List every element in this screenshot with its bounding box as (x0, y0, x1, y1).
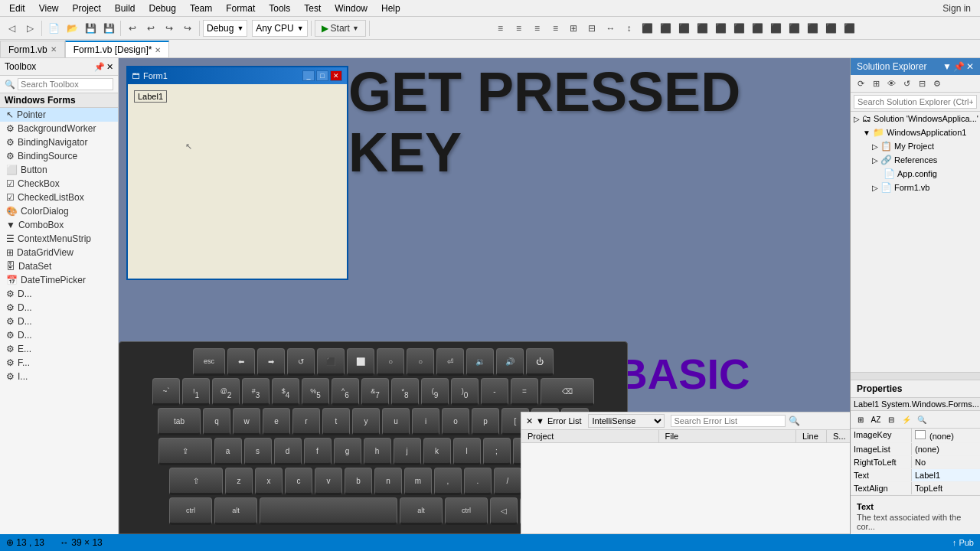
toolbar-forward[interactable]: ▷ (21, 20, 38, 37)
se-btn-collapse-all[interactable]: ⊟ (915, 77, 929, 90)
tab-form1-code-close[interactable]: ✕ (51, 45, 57, 54)
key-e[interactable]: e (263, 408, 290, 435)
toolbar-format12[interactable]: ⬛ (694, 20, 710, 37)
props-btn-search[interactable]: 🔍 (915, 412, 929, 426)
toolbox-item-d4[interactable]: ⚙ D... (0, 328, 118, 342)
key-2[interactable]: @2 (212, 378, 240, 406)
key-g[interactable]: g (334, 438, 361, 465)
se-btn-show-all[interactable]: 👁 (884, 77, 898, 90)
toolbar-format8[interactable]: ↕ (620, 20, 637, 37)
toolbox-item-pointer[interactable]: ↖ Pointer (0, 108, 118, 122)
key-w[interactable]: w (233, 408, 260, 435)
key-u[interactable]: u (382, 408, 410, 435)
key-space[interactable] (260, 497, 397, 525)
toolbar-new[interactable]: 📄 (45, 20, 62, 37)
toolbox-item-colordialog[interactable]: 🎨 ColorDialog (0, 204, 118, 218)
key-r[interactable]: r (292, 408, 320, 435)
key-rctrl[interactable]: ctrl (445, 497, 488, 525)
key-s[interactable]: s (244, 438, 272, 465)
toolbar-format15[interactable]: ⬛ (749, 20, 766, 37)
se-search-input[interactable] (854, 95, 977, 109)
key-7[interactable]: &7 (361, 378, 389, 406)
se-expand-references[interactable]: ▷ (872, 156, 878, 165)
key-tilde[interactable]: ~` (152, 378, 180, 406)
se-btn-refresh[interactable]: ↺ (900, 77, 913, 90)
menu-debug[interactable]: Debug (143, 2, 182, 15)
key-lshift[interactable]: ⇧ (169, 468, 223, 495)
key-l[interactable]: l (453, 438, 481, 465)
toolbar-save[interactable]: 💾 (82, 20, 99, 37)
toolbar-format14[interactable]: ⬛ (730, 20, 747, 37)
toolbar-undo2[interactable]: ↩ (142, 20, 159, 37)
se-pin[interactable]: 📌 (953, 61, 965, 72)
toolbar-redo[interactable]: ↪ (161, 20, 178, 37)
key-equals[interactable]: = (511, 378, 538, 406)
key-c[interactable]: c (285, 468, 312, 495)
se-btn-properties[interactable]: ⊞ (869, 77, 883, 90)
toolbar-save-all[interactable]: 💾 (100, 20, 117, 37)
key-h[interactable]: h (364, 438, 391, 465)
key-i[interactable]: i (412, 408, 439, 435)
toolbar-format5[interactable]: ⊞ (565, 20, 582, 37)
key-power[interactable]: ⏻ (526, 348, 554, 376)
key-prev[interactable]: ⬅ (227, 348, 255, 376)
toolbox-item-d1[interactable]: ⚙ D... (0, 287, 118, 301)
key-window2[interactable]: ⬜ (347, 348, 374, 376)
toolbox-item-dataset[interactable]: 🗄 DataSet (0, 259, 118, 273)
toolbox-item-datetimepicker[interactable]: 📅 DateTimePicker (0, 273, 118, 287)
form-designer-window[interactable]: 🗔 Form1 _ □ ✕ Label1 ↖ (126, 66, 348, 280)
toolbox-pin[interactable]: 📌 (94, 62, 105, 72)
toolbox-item-combobox[interactable]: ▼ ComboBox (0, 218, 118, 232)
toolbar-format4[interactable]: ≡ (547, 20, 564, 37)
se-expand-project[interactable]: ▼ (863, 129, 871, 137)
key-v[interactable]: v (315, 468, 342, 495)
key-window[interactable]: ⬛ (317, 348, 345, 376)
toolbar-format9[interactable]: ⬛ (639, 20, 655, 37)
key-d[interactable]: d (274, 438, 302, 465)
toolbox-item-datagridview[interactable]: ⊞ DataGridView (0, 246, 118, 259)
key-comma[interactable]: , (434, 468, 462, 495)
menu-build[interactable]: Build (109, 2, 142, 15)
toolbox-item-bgworker[interactable]: ⚙ BackgroundWorker (0, 122, 118, 135)
form-close-btn[interactable]: ✕ (330, 70, 342, 81)
key-period[interactable]: . (464, 468, 492, 495)
key-0[interactable]: )0 (451, 378, 479, 406)
props-btn-categorized[interactable]: ⊞ (854, 412, 867, 426)
menu-format[interactable]: Format (220, 2, 261, 15)
toolbar-format10[interactable]: ⬛ (657, 20, 674, 37)
toolbox-item-d2[interactable]: ⚙ D... (0, 301, 118, 315)
menu-window[interactable]: Window (328, 2, 374, 15)
key-x[interactable]: x (255, 468, 283, 495)
se-btn-settings[interactable]: ⚙ (930, 77, 944, 90)
toolbox-item-button[interactable]: ⬜ Button (0, 163, 118, 177)
key-semicolon[interactable]: ; (483, 438, 511, 465)
error-list-collapse[interactable]: ▼ (536, 416, 544, 425)
key-8[interactable]: *8 (391, 378, 419, 406)
key-tab[interactable]: tab (158, 408, 201, 435)
toolbar-redo2[interactable]: ↪ (179, 20, 196, 37)
menu-project[interactable]: Project (66, 2, 106, 15)
toolbar-format13[interactable]: ⬛ (712, 20, 729, 37)
form-maximize-btn[interactable]: □ (316, 70, 328, 81)
toolbox-item-bindingsource[interactable]: ⚙ BindingSource (0, 149, 118, 163)
toolbar-format17[interactable]: ⬛ (786, 20, 802, 37)
form-minimize-btn[interactable]: _ (302, 70, 315, 81)
toolbar-back[interactable]: ◁ (3, 20, 20, 37)
key-b[interactable]: b (345, 468, 372, 495)
cpu-dropdown[interactable]: Any CPU ▼ (252, 20, 307, 37)
key-n[interactable]: n (374, 468, 402, 495)
menu-tools[interactable]: Tools (263, 2, 296, 15)
toolbar-format6[interactable]: ⊟ (583, 20, 600, 37)
key-t[interactable]: t (322, 408, 350, 435)
menu-test[interactable]: Test (298, 2, 327, 15)
key-m[interactable]: m (404, 468, 432, 495)
toolbar-format19[interactable]: ⬛ (822, 20, 839, 37)
form-body[interactable]: Label1 ↖ (128, 84, 347, 279)
se-item-form1vb[interactable]: ▷ 📄 Form1.vb (851, 181, 980, 194)
props-btn-properties[interactable]: ⊟ (884, 412, 898, 426)
key-3[interactable]: #3 (242, 378, 270, 406)
se-item-references[interactable]: ▷ 🔗 References (851, 153, 980, 167)
props-val-text[interactable]: Label1 (912, 469, 980, 481)
key-circle1[interactable]: ○ (377, 348, 404, 376)
key-circle2[interactable]: ○ (407, 348, 434, 376)
